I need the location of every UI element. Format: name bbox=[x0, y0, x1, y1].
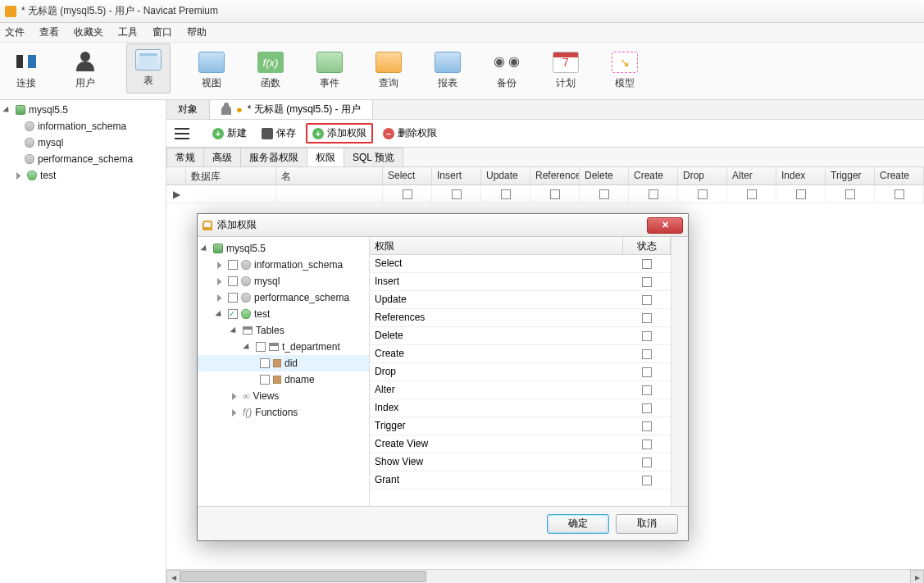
dlg-tree-column-dname[interactable]: dname bbox=[198, 371, 369, 388]
expand-icon[interactable] bbox=[217, 278, 225, 285]
priv-row[interactable]: Show View bbox=[370, 453, 671, 471]
priv-row[interactable]: Insert bbox=[370, 273, 671, 291]
close-button[interactable]: ✕ bbox=[647, 217, 683, 234]
expand-icon[interactable] bbox=[217, 294, 225, 302]
checkbox[interactable] bbox=[403, 189, 412, 199]
checkbox[interactable] bbox=[642, 476, 652, 485]
col-select[interactable]: Select bbox=[383, 167, 432, 184]
grid-row[interactable]: ▶ bbox=[166, 185, 924, 203]
col-delete[interactable]: Delete bbox=[580, 167, 629, 184]
col-update[interactable]: Update bbox=[481, 167, 530, 184]
tb-query[interactable]: 查询 bbox=[371, 52, 407, 90]
checkbox[interactable] bbox=[698, 189, 708, 199]
remove-privilege-button[interactable]: –删除权限 bbox=[378, 125, 442, 142]
ok-button[interactable]: 确定 bbox=[547, 514, 609, 534]
priv-row[interactable]: Trigger bbox=[370, 417, 671, 435]
horizontal-scrollbar[interactable]: ◂ ▸ bbox=[166, 569, 924, 583]
col-create[interactable]: Create bbox=[629, 167, 678, 184]
checkbox[interactable] bbox=[642, 367, 652, 377]
dialog-titlebar[interactable]: 添加权限 ✕ bbox=[198, 214, 688, 237]
col-trigger[interactable]: Trigger bbox=[826, 167, 875, 184]
dlg-tree-views[interactable]: ∞Views bbox=[198, 388, 369, 404]
checkbox[interactable] bbox=[649, 189, 658, 199]
tb-backup[interactable]: 备份 bbox=[489, 52, 525, 90]
save-button[interactable]: 保存 bbox=[257, 125, 301, 142]
subtab-general[interactable]: 常规 bbox=[166, 148, 204, 166]
expand-icon[interactable] bbox=[230, 326, 240, 337]
checkbox[interactable] bbox=[228, 276, 238, 286]
tb-view[interactable]: 视图 bbox=[193, 52, 230, 90]
menu-help[interactable]: 帮助 bbox=[187, 25, 207, 39]
col-reference[interactable]: Reference bbox=[530, 167, 580, 184]
checkbox[interactable] bbox=[747, 189, 757, 199]
expand-icon[interactable] bbox=[16, 172, 24, 180]
menu-tools[interactable]: 工具 bbox=[118, 25, 138, 39]
priv-row[interactable]: Delete bbox=[370, 327, 671, 345]
priv-row[interactable]: Drop bbox=[370, 363, 671, 381]
scroll-right-icon[interactable]: ▸ bbox=[910, 570, 924, 583]
checkbox[interactable] bbox=[501, 189, 511, 199]
priv-row[interactable]: Create bbox=[370, 345, 671, 363]
connection-tree[interactable]: mysql5.5 information_schema mysql perfor… bbox=[0, 100, 166, 583]
expand-icon[interactable] bbox=[232, 393, 239, 400]
tree-db[interactable]: mysql bbox=[0, 134, 166, 151]
col-status[interactable]: 状态 bbox=[623, 237, 671, 254]
scroll-thumb[interactable] bbox=[180, 571, 426, 582]
dlg-tree-functions[interactable]: f()Functions bbox=[198, 404, 369, 421]
tab-objects[interactable]: 对象 bbox=[166, 100, 210, 119]
checkbox[interactable] bbox=[642, 385, 652, 395]
dlg-tree-db[interactable]: information_schema bbox=[198, 257, 369, 273]
new-button[interactable]: +新建 bbox=[207, 125, 252, 142]
menu-view[interactable]: 查看 bbox=[39, 25, 59, 39]
dlg-tree-column-did[interactable]: did bbox=[198, 355, 369, 371]
checkbox[interactable] bbox=[642, 440, 652, 449]
col-alter[interactable]: Alter bbox=[727, 167, 776, 184]
tb-user[interactable]: 用户 bbox=[67, 52, 103, 90]
priv-row[interactable]: Select bbox=[370, 255, 671, 273]
col-priv[interactable]: 权限 bbox=[370, 237, 623, 254]
checkbox[interactable] bbox=[642, 421, 652, 431]
tree-db-test[interactable]: test bbox=[0, 167, 166, 184]
priv-row[interactable]: Create View bbox=[370, 435, 671, 453]
checkbox[interactable] bbox=[260, 375, 270, 385]
subtab-priv[interactable]: 权限 bbox=[307, 148, 344, 166]
checkbox[interactable] bbox=[642, 295, 652, 305]
expand-icon[interactable] bbox=[217, 262, 225, 269]
tab-current-user[interactable]: ● * 无标题 (mysql5.5) - 用户 bbox=[210, 100, 373, 119]
checkbox[interactable] bbox=[642, 349, 652, 359]
col-create2[interactable]: Create bbox=[875, 167, 924, 184]
tb-event[interactable]: 事件 bbox=[312, 52, 348, 90]
subtab-advanced[interactable]: 高级 bbox=[203, 148, 241, 166]
priv-row[interactable]: Grant bbox=[370, 471, 671, 490]
tree-db[interactable]: performance_schema bbox=[0, 151, 166, 167]
tb-schedule[interactable]: 计划 bbox=[548, 52, 584, 90]
dlg-tree-table[interactable]: t_department bbox=[198, 339, 369, 355]
tb-model[interactable]: 模型 bbox=[607, 52, 643, 90]
priv-row[interactable]: References bbox=[370, 309, 671, 327]
checkbox[interactable] bbox=[642, 331, 652, 341]
subtab-server-priv[interactable]: 服务器权限 bbox=[240, 148, 307, 166]
tree-server[interactable]: mysql5.5 bbox=[0, 102, 166, 118]
cancel-button[interactable]: 取消 bbox=[616, 514, 678, 534]
checkbox[interactable] bbox=[599, 189, 609, 199]
tb-connect[interactable]: 连接 bbox=[8, 52, 44, 90]
checkbox[interactable] bbox=[228, 309, 238, 319]
checkbox[interactable] bbox=[550, 189, 560, 199]
expand-icon[interactable] bbox=[2, 106, 13, 116]
col-index[interactable]: Index bbox=[776, 167, 826, 184]
col-drop[interactable]: Drop bbox=[678, 167, 727, 184]
dialog-priv-grid[interactable]: 权限 状态 SelectInsertUpdateReferencesDelete… bbox=[370, 237, 671, 506]
checkbox[interactable] bbox=[796, 189, 806, 199]
tb-table[interactable]: 表 bbox=[126, 43, 171, 93]
menu-bookmark[interactable]: 收藏夹 bbox=[74, 25, 103, 39]
dlg-tree-db[interactable]: mysql bbox=[198, 273, 369, 289]
checkbox[interactable] bbox=[256, 342, 266, 352]
checkbox[interactable] bbox=[260, 358, 270, 368]
checkbox[interactable] bbox=[642, 259, 652, 269]
checkbox[interactable] bbox=[642, 313, 652, 323]
dialog-tree[interactable]: mysql5.5 information_schema mysql perfor… bbox=[198, 237, 370, 506]
dlg-tree-tables[interactable]: Tables bbox=[198, 322, 369, 339]
expand-icon[interactable] bbox=[215, 310, 225, 321]
checkbox[interactable] bbox=[228, 260, 238, 270]
subtab-sql-preview[interactable]: SQL 预览 bbox=[344, 148, 403, 166]
